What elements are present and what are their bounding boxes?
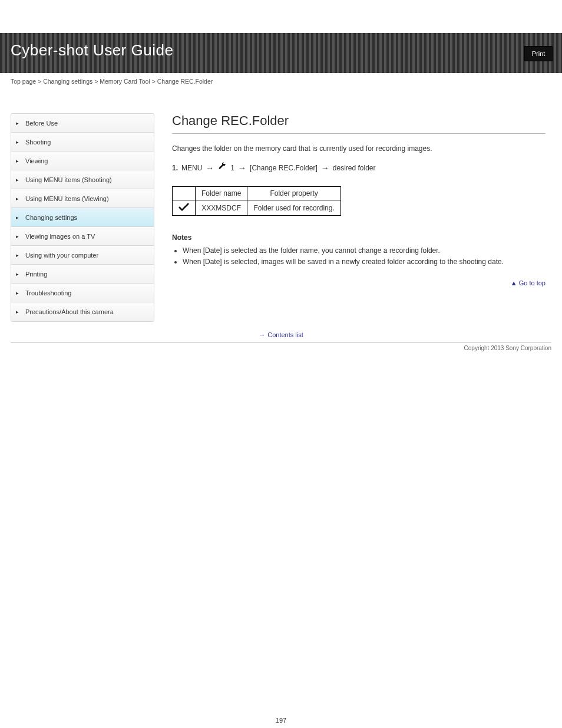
copyright-text: Copyright 2013 Sony Corporation xyxy=(0,342,562,351)
folder-property-cell: Folder used for recording. xyxy=(247,200,340,216)
sidebar-item-printing[interactable]: ▸Printing xyxy=(11,265,154,284)
notes-heading: Notes xyxy=(172,232,546,243)
chevron-right-icon: ▸ xyxy=(16,215,22,220)
arrow-right-icon: → xyxy=(259,331,265,338)
chevron-right-icon: ▸ xyxy=(16,196,22,202)
go-top-link[interactable]: ▲ Go to top xyxy=(172,279,546,286)
contents-list-link[interactable]: →Contents list xyxy=(0,331,562,342)
page-number: 197 xyxy=(0,717,562,724)
app-title: Cyber-shot User Guide xyxy=(11,41,173,60)
breadcrumb: Top page > Changing settings > Memory Ca… xyxy=(0,73,562,85)
folder-table: Folder name Folder property XXXMSDCF Fol… xyxy=(172,186,341,216)
menu-path: 1. MENU → 1 → [Change REC.Folder] → desi… xyxy=(172,162,546,173)
triangle-up-icon: ▲ xyxy=(511,279,517,286)
note-item: When [Date] is selected as the folder na… xyxy=(183,245,546,256)
chevron-right-icon: ▸ xyxy=(16,139,22,145)
folder-name-cell: XXXMSDCF xyxy=(196,200,247,216)
chevron-right-icon: ▸ xyxy=(16,158,22,164)
content-area: Change REC.Folder Changes the folder on … xyxy=(172,113,551,322)
sidebar-item-viewing[interactable]: ▸Viewing xyxy=(11,151,154,170)
chevron-right-icon: ▸ xyxy=(16,271,22,277)
sidebar-item-menu-shooting[interactable]: ▸Using MENU items (Shooting) xyxy=(11,170,154,189)
sidebar-item-computer[interactable]: ▸Using with your computer xyxy=(11,246,154,265)
notes-list: When [Date] is selected as the folder na… xyxy=(172,245,546,268)
print-button[interactable]: Print xyxy=(524,46,553,61)
sidebar-item-menu-viewing[interactable]: ▸Using MENU items (Viewing) xyxy=(11,189,154,208)
check-icon xyxy=(178,203,189,213)
arrow-right-icon: → xyxy=(238,163,246,173)
chevron-right-icon: ▸ xyxy=(16,309,22,315)
wrench-icon xyxy=(217,162,227,173)
chevron-right-icon: ▸ xyxy=(16,177,22,183)
chevron-right-icon: ▸ xyxy=(16,290,22,296)
table-row: XXXMSDCF Folder used for recording. xyxy=(173,200,341,216)
sidebar-item-changing-settings[interactable]: ▸Changing settings xyxy=(11,208,154,227)
arrow-right-icon: → xyxy=(206,163,214,173)
sidebar-item-shooting[interactable]: ▸Shooting xyxy=(11,133,154,151)
sidebar-item-troubleshooting[interactable]: ▸Troubleshooting xyxy=(11,284,154,302)
table-header-name: Folder name xyxy=(196,187,247,200)
note-item: When [Date] is selected, images will be … xyxy=(183,256,546,268)
sidebar-item-tv[interactable]: ▸Viewing images on a TV xyxy=(11,227,154,246)
chevron-right-icon: ▸ xyxy=(16,120,22,126)
sidebar: ▸Before Use ▸Shooting ▸Viewing ▸Using ME… xyxy=(11,113,154,322)
print-label: Print xyxy=(532,50,546,57)
sidebar-item-precautions[interactable]: ▸Precautions/About this camera xyxy=(11,302,154,321)
page-title: Change REC.Folder xyxy=(172,113,546,129)
description-text: Changes the folder on the memory card th… xyxy=(172,143,546,154)
table-header-icon xyxy=(173,187,196,200)
sidebar-item-before-use[interactable]: ▸Before Use xyxy=(11,114,154,133)
divider xyxy=(172,133,546,134)
header-band: Cyber-shot User Guide Print xyxy=(0,33,562,73)
chevron-right-icon: ▸ xyxy=(16,252,22,258)
chevron-right-icon: ▸ xyxy=(16,233,22,239)
table-header-property: Folder property xyxy=(247,187,340,200)
arrow-right-icon: → xyxy=(321,163,329,173)
